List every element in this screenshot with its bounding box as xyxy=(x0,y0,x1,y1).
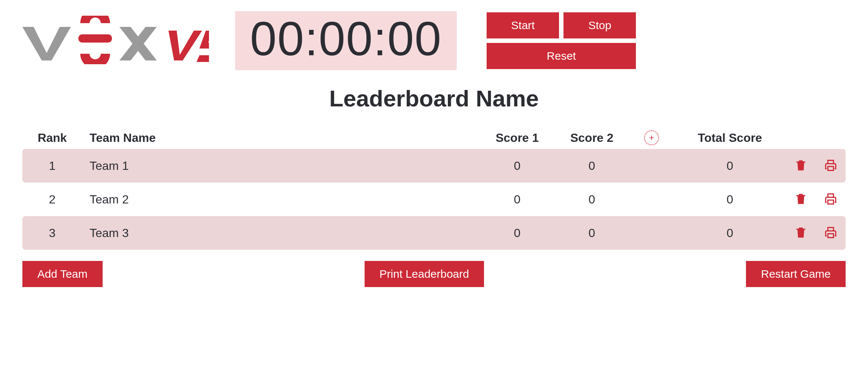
trash-icon xyxy=(794,226,808,239)
cell-score2[interactable]: 0 xyxy=(555,159,629,173)
cell-team[interactable]: Team 2 xyxy=(82,193,480,206)
cell-score2[interactable]: 0 xyxy=(555,226,629,240)
print-row-button[interactable] xyxy=(822,190,840,209)
start-button[interactable]: Start xyxy=(487,12,559,38)
cell-rank: 3 xyxy=(22,226,82,240)
leaderboard-table: Rank Team Name Score 1 Score 2 Total Sco… xyxy=(22,127,846,250)
leaderboard-title[interactable]: Leaderboard Name xyxy=(22,85,846,112)
add-team-button[interactable]: Add Team xyxy=(22,261,103,287)
printer-icon xyxy=(824,192,837,206)
trash-icon xyxy=(794,159,808,172)
plus-icon xyxy=(648,134,655,141)
delete-row-button[interactable] xyxy=(792,190,810,209)
col-score2: Score 2 xyxy=(555,131,629,145)
cell-score1[interactable]: 0 xyxy=(480,226,555,240)
restart-game-button[interactable]: Restart Game xyxy=(746,261,846,287)
cell-total: 0 xyxy=(674,193,786,206)
cell-total: 0 xyxy=(674,159,786,173)
delete-row-button[interactable] xyxy=(792,156,810,175)
svg-rect-1 xyxy=(78,34,112,43)
reset-button[interactable]: Reset xyxy=(487,43,636,69)
print-leaderboard-button[interactable]: Print Leaderboard xyxy=(365,261,484,287)
cell-team[interactable]: Team 3 xyxy=(82,226,480,240)
print-row-button[interactable] xyxy=(822,156,840,175)
svg-marker-4 xyxy=(162,31,202,60)
printer-icon xyxy=(824,226,837,239)
add-score-column-button[interactable] xyxy=(644,130,659,145)
timer-controls: Start Stop Reset xyxy=(487,12,636,69)
col-total: Total Score xyxy=(674,131,786,145)
cell-score1[interactable]: 0 xyxy=(480,193,555,206)
cell-score1[interactable]: 0 xyxy=(480,159,555,173)
print-row-button[interactable] xyxy=(822,224,840,243)
trash-icon xyxy=(794,192,808,206)
vex-v5-logo xyxy=(22,16,209,66)
svg-marker-0 xyxy=(22,27,71,60)
table-row: 3 Team 3 0 0 0 xyxy=(22,216,846,250)
cell-rank: 1 xyxy=(22,159,82,173)
cell-rank: 2 xyxy=(22,193,82,206)
stop-button[interactable]: Stop xyxy=(563,12,636,38)
col-rank: Rank xyxy=(22,131,82,145)
col-team: Team Name xyxy=(82,131,480,145)
delete-row-button[interactable] xyxy=(792,224,810,243)
footer-actions: Add Team Print Leaderboard Restart Game xyxy=(22,261,846,287)
col-score1: Score 1 xyxy=(480,131,555,145)
table-header-row: Rank Team Name Score 1 Score 2 Total Sco… xyxy=(22,127,846,149)
cell-total: 0 xyxy=(674,226,786,240)
table-row: 1 Team 1 0 0 0 xyxy=(22,149,846,183)
cell-score2[interactable]: 0 xyxy=(555,193,629,206)
timer-display: 00:00:00 xyxy=(235,11,457,70)
table-row: 2 Team 2 0 0 0 xyxy=(22,183,846,216)
printer-icon xyxy=(824,159,837,172)
cell-team[interactable]: Team 1 xyxy=(82,159,480,173)
